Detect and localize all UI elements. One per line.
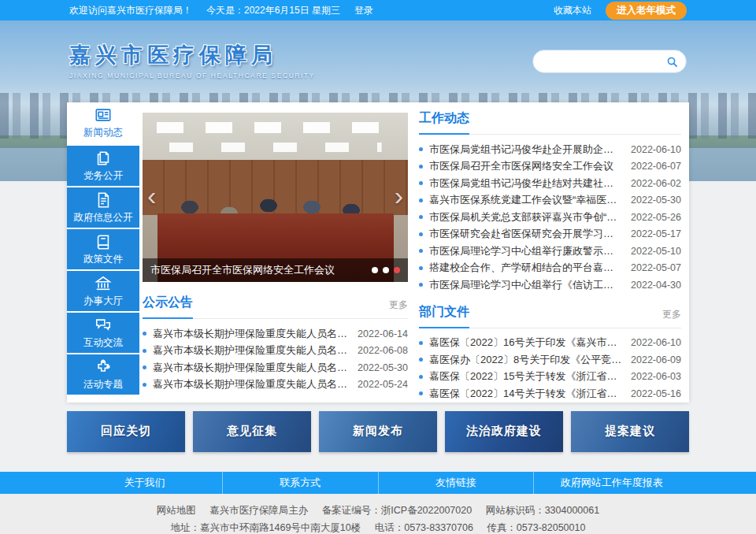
gov-info-icon (94, 191, 113, 209)
bullet-icon (143, 383, 146, 387)
party-files-icon (94, 150, 113, 167)
topbar: 欢迎访问嘉兴市医疗保障局！ 今天是：2022年6月15日 星期三 登录 收藏本站… (0, 0, 756, 20)
organizer-text: 嘉兴市医疗保障局主办 (209, 505, 308, 516)
carousel-dot[interactable] (372, 267, 378, 273)
sidebar-item-service-hall[interactable]: 办事大厅 (67, 271, 139, 311)
bullet-icon (143, 365, 146, 369)
list-item[interactable]: 市医保局党组书记冯俊华赴结对共建社区指导全国文…2022-06-02 (419, 175, 681, 192)
footer-nav: 关于我们 联系方式 友情链接 政府网站工作年度报表 (0, 472, 756, 494)
quick-link-respond-concerns[interactable]: 回应关切 (67, 411, 185, 452)
work-news-section: 工作动态 市医保局党组书记冯俊华赴企开展助企纾困活动2022-06-10 市医保… (419, 110, 681, 294)
department-docs-section: 部门文件 更多 嘉医保〔2022〕16号关于印发《嘉兴市医疗保…2022-06-… (419, 304, 681, 402)
newspaper-icon (94, 106, 113, 124)
footer-nav-about[interactable]: 关于我们 (67, 472, 222, 494)
sidebar-item-activities[interactable]: 活动专题 (67, 354, 139, 395)
footer-line-1: 网站地图 嘉兴市医疗保障局主办 备案证编号：浙ICP备2022007020 网站… (0, 502, 756, 519)
list-item[interactable]: 市医保局理论学习中心组举行《信访工作条例》专题…2022-04-30 (419, 276, 681, 294)
bullet-icon (419, 215, 423, 219)
section-title: 工作动态 (419, 110, 469, 135)
quick-link-news-release[interactable]: 新闻发布 (319, 411, 437, 452)
address-text: 地址：嘉兴市中环南路1469号中南大厦10楼 (171, 522, 361, 533)
list-item[interactable]: 嘉医保办〔2022〕8号关于印发《公平竞争审查…2022-06-09 (419, 351, 681, 369)
sidebar-item-gov-info[interactable]: 政府信息公开 (67, 187, 139, 228)
list-item[interactable]: 嘉兴市本级长期护理保险重度失能人员名单公示（2…2022-06-08 (143, 343, 408, 360)
quick-links: 回应关切 意见征集 新闻发布 法治政府建设 提案建议 (67, 411, 689, 452)
list-item[interactable]: 嘉兴市本级长期护理保险重度失能人员名单公示（2…2022-05-24 (143, 376, 408, 394)
puzzle-icon (94, 358, 113, 376)
department-docs-list: 嘉医保〔2022〕16号关于印发《嘉兴市医疗保…2022-06-10 嘉医保办〔… (419, 328, 681, 402)
bullet-icon (419, 249, 423, 253)
sidebar-item-party-affairs[interactable]: 党务公开 (67, 146, 139, 186)
fax-text: 传真：0573-82050010 (487, 522, 585, 533)
search-box (532, 50, 687, 73)
quick-link-rule-of-law[interactable]: 法治政府建设 (445, 411, 563, 452)
sidebar-item-news[interactable]: 新闻动态 (67, 102, 139, 143)
list-item[interactable]: 嘉兴市医保系统党建工作会议暨“幸福医保”党建联…2022-05-30 (419, 192, 681, 210)
bullet-icon (419, 375, 423, 379)
bullet-icon (419, 391, 423, 395)
list-item[interactable]: 市医保局党组书记冯俊华赴企开展助企纾困活动2022-06-10 (419, 141, 681, 158)
carousel-prev-icon[interactable]: ‹ (147, 181, 156, 208)
chat-icon (94, 317, 113, 334)
list-item[interactable]: 嘉兴市本级长期护理保险重度失能人员名单公示（2…2022-05-30 (143, 359, 408, 376)
icp-text: 备案证编号：浙ICP备2022007020 (322, 505, 472, 516)
carousel-next-icon[interactable]: › (395, 181, 403, 208)
sidebar-item-label: 活动专题 (83, 378, 123, 391)
login-link[interactable]: 登录 (354, 4, 373, 17)
sidebar-item-label: 办事大厅 (83, 295, 123, 308)
work-news-list: 市医保局党组书记冯俊华赴企开展助企纾困活动2022-06-10 市医保局召开全市… (419, 135, 681, 294)
search-icon[interactable] (666, 55, 678, 69)
list-item[interactable]: 市医保研究会赴省医保研究会开展学习交流活动2022-05-17 (419, 226, 681, 243)
footer-nav-annual-report[interactable]: 政府网站工作年度报表 (533, 472, 689, 494)
welcome-text: 欢迎访问嘉兴市医疗保障局！ (69, 4, 192, 17)
footer-nav-links[interactable]: 友情链接 (378, 472, 534, 494)
list-item[interactable]: 市医保局理论学习中心组举行廉政警示教育专题学习…2022-05-10 (419, 243, 681, 260)
bullet-icon (419, 165, 423, 169)
search-input[interactable] (544, 56, 666, 67)
site-logo: 嘉兴市医疗保障局 JIAXING MUNICIPAL BUREAU OF HEA… (69, 41, 315, 80)
carousel-caption-bar: 市医保局召开全市医保网络安全工作会议 (143, 258, 408, 282)
section-title: 公示公告 (143, 295, 193, 319)
list-item[interactable]: 嘉医保〔2022〕15号关于转发《浙江省医疗保…2022-06-03 (419, 369, 681, 386)
footer-info: 网站地图 嘉兴市医疗保障局主办 备案证编号：浙ICP备2022007020 网站… (0, 494, 756, 534)
list-item[interactable]: 嘉兴市本级长期护理保险重度失能人员名单公示（2…2022-06-14 (143, 325, 408, 343)
bullet-icon (419, 341, 423, 345)
quick-link-proposals[interactable]: 提案建议 (571, 411, 689, 452)
sidebar-item-label: 政策文件 (83, 253, 123, 266)
list-item[interactable]: 市医保局机关党总支部获评嘉兴市争创“建设清廉机…2022-05-26 (419, 209, 681, 226)
today-date: 今天是：2022年6月15日 星期三 (206, 4, 340, 17)
carousel-dot[interactable] (383, 267, 389, 273)
announcements-list: 嘉兴市本级长期护理保险重度失能人员名单公示（2…2022-06-14 嘉兴市本级… (143, 319, 408, 393)
carousel-caption[interactable]: 市医保局召开全市医保网络安全工作会议 (150, 263, 372, 277)
sidebar: 新闻动态 党务公开 政府信息公开 政策文件 (67, 102, 139, 402)
list-item[interactable]: 嘉医保〔2022〕16号关于印发《嘉兴市医疗保…2022-06-10 (419, 335, 681, 352)
list-item[interactable]: 搭建校企合作、产学研相结合的平台嘉兴市长期护理…2022-05-07 (419, 260, 681, 277)
sidebar-item-policy-docs[interactable]: 政策文件 (67, 229, 139, 269)
bullet-icon (143, 332, 146, 336)
list-item[interactable]: 市医保局召开全市医保网络安全工作会议2022-06-07 (419, 158, 681, 176)
bullet-icon (419, 147, 423, 151)
bullet-icon (419, 266, 423, 270)
phone-text: 电话：0573-83370706 (375, 522, 473, 533)
sitemap-link[interactable]: 网站地图 (157, 505, 196, 516)
carousel[interactable]: ‹ › 市医保局召开全市医保网络安全工作会议 (143, 113, 408, 282)
bullet-icon (419, 232, 423, 236)
bullet-icon (419, 283, 423, 287)
favorite-link[interactable]: 收藏本站 (554, 4, 591, 17)
sidebar-item-interaction[interactable]: 互动交流 (67, 313, 139, 353)
department-docs-more-link[interactable]: 更多 (662, 308, 681, 328)
announcements-section: 公示公告 更多 嘉兴市本级长期护理保险重度失能人员名单公示（2…2022-06-… (143, 295, 408, 393)
sidebar-item-label: 新闻动态 (83, 126, 123, 139)
right-column: 工作动态 市医保局党组书记冯俊华赴企开展助企纾困活动2022-06-10 市医保… (408, 102, 689, 402)
section-title: 部门文件 (419, 304, 469, 328)
middle-column: ‹ › 市医保局召开全市医保网络安全工作会议 公示公告 更多 嘉兴市本级长期护理… (139, 102, 408, 402)
sidebar-item-label: 政府信息公开 (74, 211, 133, 224)
announcements-more-link[interactable]: 更多 (389, 299, 408, 318)
quick-link-opinion-collection[interactable]: 意见征集 (193, 411, 311, 452)
list-item[interactable]: 嘉医保〔2022〕14号关于转发《浙江省医疗保…2022-05-16 (419, 385, 681, 402)
site-title: 嘉兴市医疗保障局 (69, 41, 315, 69)
carousel-dot-active[interactable] (394, 267, 400, 273)
policy-book-icon (94, 233, 113, 250)
elder-mode-button[interactable]: 进入老年模式 (606, 2, 687, 20)
footer-nav-contact[interactable]: 联系方式 (222, 472, 378, 494)
